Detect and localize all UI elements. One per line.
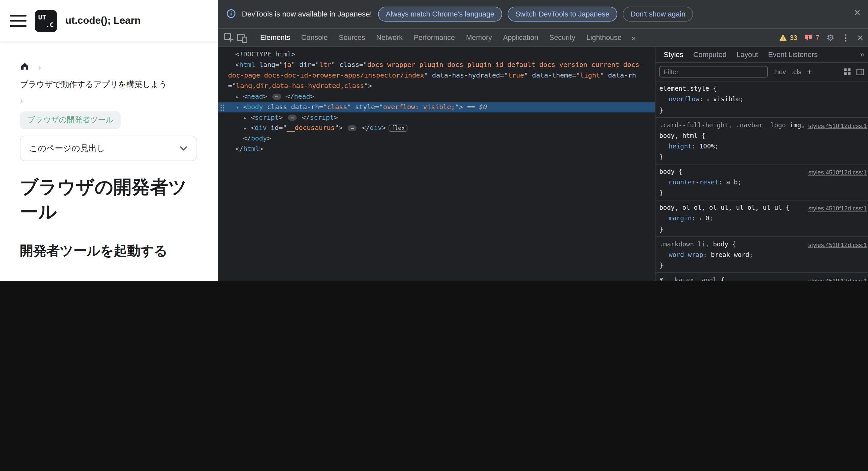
inspect-element-icon[interactable]	[222, 31, 235, 44]
expand-value-icon[interactable]: ▸	[700, 216, 705, 222]
flex-badge[interactable]: flex	[389, 125, 408, 132]
breadcrumb-item-course[interactable]: ブラウザで動作するアプリを構築しよう	[20, 79, 167, 90]
style-rule: styles.4510f12d.css:1*, .katex .angl {bo…	[655, 273, 868, 281]
infobar-actions: Always match Chrome's languageSwitch Dev…	[378, 7, 693, 22]
issue-count: 7	[815, 34, 819, 41]
node-ellipsis-button[interactable]: ⋯	[288, 115, 297, 120]
devtools-tab-performance[interactable]: Performance	[408, 29, 460, 46]
dom-tree-line[interactable]: ▾<body class data-rh="class" style="over…	[218, 102, 655, 113]
logo-text-top: UT	[38, 13, 46, 21]
devtools-tab-security[interactable]: Security	[544, 29, 581, 46]
site-title[interactable]: ut.code(); Learn	[65, 15, 141, 26]
dom-tree: <!DOCTYPE html><html lang="ja" dir="ltr"…	[218, 47, 655, 281]
pseudo-state-toggle[interactable]: :hov	[773, 68, 786, 76]
style-rule: styles.4510f12d.css:1body, ol ol, ol ul,…	[655, 200, 868, 237]
dom-tree-line[interactable]: ▸<head> ⋯ </head>	[218, 91, 655, 102]
settings-gear-icon[interactable]: ⚙	[827, 32, 834, 43]
devtools-infobar: DevTools is now available in Japanese! A…	[218, 0, 868, 29]
kebab-menu-icon[interactable]: ⋮	[842, 33, 850, 42]
dom-tree-line[interactable]: </html>	[218, 144, 655, 154]
breadcrumb-separator-icon: ›	[20, 96, 23, 105]
style-rule: styles.4510f12d.css:1body {counter-reset…	[655, 165, 868, 200]
devtools-tab-memory[interactable]: Memory	[460, 29, 497, 46]
logo-text-bottom: .C	[46, 21, 54, 28]
browser-page: UT .C ut.code(); Learn › ブラウザで動作するアプリを構築…	[0, 0, 218, 281]
site-logo[interactable]: UT .C	[35, 9, 57, 32]
devtools-toolbar: ElementsConsoleSourcesNetworkPerformance…	[218, 29, 868, 47]
warnings-indicator[interactable]: 33	[779, 34, 798, 41]
toolbar-divider	[251, 33, 251, 42]
declaration[interactable]: height: 100%;	[659, 141, 866, 152]
node-ellipsis-button[interactable]: ⋯	[272, 94, 281, 100]
declaration[interactable]: overflow: ▸ visible;	[659, 94, 866, 105]
class-toggle[interactable]: .cls	[792, 68, 801, 76]
devtools-tab-application[interactable]: Application	[497, 29, 544, 46]
expand-arrow-icon[interactable]: ▾	[236, 102, 243, 113]
breadcrumb-separator-icon: ›	[38, 63, 41, 72]
styles-sidebar: StylesComputedLayoutEvent Listeners » :h…	[655, 47, 868, 281]
infobar-close-icon[interactable]: ✕	[854, 8, 861, 18]
collapse-arrow-icon[interactable]: ▸	[244, 123, 251, 133]
site-navbar: UT .C ut.code(); Learn	[0, 0, 218, 41]
declaration[interactable]: margin: ▸ 0;	[659, 213, 866, 224]
stylesheet-link[interactable]: styles.4510f12d.css:1	[808, 276, 867, 281]
sidebar-tabbar: StylesComputedLayoutEvent Listeners »	[655, 47, 868, 63]
infobar-message: DevTools is now available in Japanese!	[242, 10, 372, 18]
page-title: ブラウザの開発者ツール	[20, 175, 203, 224]
devtools-tab-network[interactable]: Network	[371, 29, 408, 46]
split-view-icon[interactable]	[857, 68, 864, 75]
devtools-tab-sources[interactable]: Sources	[333, 29, 371, 46]
sidebar-tabs: StylesComputedLayoutEvent Listeners	[659, 47, 823, 62]
toc-toggle[interactable]: このページの見出し	[20, 135, 197, 161]
dom-tree-line[interactable]: </body>	[218, 133, 655, 144]
collapse-arrow-icon[interactable]: ▸	[236, 91, 243, 102]
devtools-tab-console[interactable]: Console	[296, 29, 333, 46]
page-content: › ブラウザで動作するアプリを構築しよう › ブラウザの開発者ツール このページ…	[0, 61, 218, 281]
dom-tree-line[interactable]: ▸<script> ⋯ </script>	[218, 113, 655, 123]
declaration[interactable]: word-wrap: break-word;	[659, 250, 866, 260]
devtools-tabs: ElementsConsoleSourcesNetworkPerformance…	[255, 29, 627, 46]
devtools-tab-lighthouse[interactable]: Lighthouse	[581, 29, 627, 46]
toc-toggle-label: このページの見出し	[29, 143, 105, 154]
menu-icon[interactable]	[10, 14, 26, 27]
stylesheet-link[interactable]: styles.4510f12d.css:1	[808, 121, 867, 131]
devtools-main: <!DOCTYPE html><html lang="ja" dir="ltr"…	[218, 47, 868, 281]
style-rule: element.style {overflow: ▸ visible;}	[655, 82, 868, 118]
more-tabs-icon[interactable]: »	[627, 34, 640, 42]
sidebar-tab-computed[interactable]: Computed	[688, 51, 732, 59]
sidebar-tab-layout[interactable]: Layout	[732, 51, 763, 59]
home-icon[interactable]	[20, 61, 29, 73]
chevron-down-icon	[179, 144, 188, 153]
screenshot-root: UT .C ut.code(); Learn › ブラウザで動作するアプリを構築…	[0, 0, 868, 281]
devtools-close-icon[interactable]: ✕	[857, 33, 864, 42]
breadcrumb: › ブラウザで動作するアプリを構築しよう › ブラウザの開発者ツール	[20, 61, 198, 129]
dom-tree-line[interactable]: ▸<div id="__docusaurus"> ⋯ </div>flex	[218, 123, 655, 133]
stylesheet-link[interactable]: styles.4510f12d.css:1	[808, 203, 867, 214]
collapse-arrow-icon[interactable]: ▸	[244, 113, 251, 123]
sidebar-tab-styles[interactable]: Styles	[659, 51, 688, 59]
devtools-window: DevTools is now available in Japanese! A…	[218, 0, 868, 281]
expand-value-icon[interactable]: ▸	[707, 97, 713, 102]
infobar-button-1[interactable]: Always match Chrome's language	[378, 7, 502, 22]
stylesheet-link[interactable]: styles.4510f12d.css:1	[808, 167, 867, 178]
elements-panel: <!DOCTYPE html><html lang="ja" dir="ltr"…	[218, 47, 655, 281]
grid-overlay-icon[interactable]	[844, 68, 851, 75]
declaration[interactable]: counter-reset: a b;	[659, 177, 866, 188]
toolbar-right-cluster: 33 7 ⚙ ⋮ ✕	[779, 29, 864, 46]
info-icon	[226, 8, 236, 20]
device-toolbar-icon[interactable]	[235, 31, 248, 44]
dom-tree-line[interactable]: <!DOCTYPE html>	[218, 49, 655, 60]
styles-filter-input[interactable]	[659, 66, 768, 77]
issues-indicator[interactable]: 7	[804, 34, 819, 41]
sidebar-tab-event-listeners[interactable]: Event Listeners	[763, 51, 823, 59]
infobar-button-3[interactable]: Don't show again	[623, 7, 693, 22]
infobar-button-2[interactable]: Switch DevTools to Japanese	[507, 7, 617, 22]
rule-selector[interactable]: element.style {	[659, 84, 866, 94]
node-ellipsis-button[interactable]: ⋯	[348, 125, 357, 131]
new-style-rule-icon[interactable]: +	[807, 68, 812, 76]
style-rule: styles.4510f12d.css:1.markdown li, body …	[655, 237, 868, 273]
devtools-tab-elements[interactable]: Elements	[255, 29, 296, 46]
stylesheet-link[interactable]: styles.4510f12d.css:1	[808, 240, 867, 250]
dom-tree-line[interactable]: <html lang="ja" dir="ltr" class="docs-wr…	[218, 60, 655, 91]
sidebar-more-tabs-icon[interactable]: »	[860, 51, 864, 59]
